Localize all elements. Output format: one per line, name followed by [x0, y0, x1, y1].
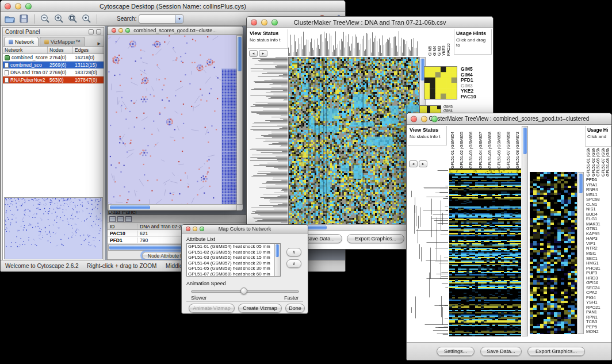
minimize-button[interactable] — [118, 28, 123, 33]
gene-label[interactable]: MAK31 — [586, 222, 611, 227]
network-overview-thumbnail[interactable] — [4, 197, 103, 259]
dialog-title-bar[interactable]: Map Colors to Network — [182, 225, 308, 233]
move-up-button[interactable]: ∧ — [286, 248, 301, 256]
gene-label[interactable]: NIS1 — [586, 207, 611, 212]
gene-label[interactable]: GPI16 — [586, 281, 611, 285]
close-button[interactable] — [5, 3, 11, 9]
row-dendrogram[interactable] — [248, 57, 288, 224]
zoom-in-icon[interactable] — [53, 14, 64, 24]
scrollbar-thumb[interactable] — [238, 37, 242, 71]
gene-label[interactable]: YSH1 — [586, 300, 611, 305]
gene-label[interactable]: CPA2 — [586, 290, 611, 295]
gene-label[interactable]: MSL1 — [586, 193, 611, 197]
column-header-edges[interactable]: Edges — [73, 47, 102, 53]
table-row[interactable]: combined_scores 2764(0) 16218(0) — [3, 54, 104, 62]
move-down-button[interactable]: ∨ — [286, 259, 301, 268]
gene-label[interactable]: SPC98 — [586, 197, 611, 202]
gene-label[interactable]: FIG4 — [586, 296, 611, 300]
nav-right-button[interactable]: ▸ — [259, 50, 267, 57]
gene-label[interactable]: BUD4 — [586, 212, 611, 217]
gene-label[interactable]: YRA1 — [586, 183, 611, 187]
gene-label[interactable]: HAP3 — [586, 236, 611, 241]
attribute-list-item[interactable]: GPL51-03 (GSM856) heat shock 15 min — [187, 255, 274, 260]
minimize-button[interactable] — [261, 19, 267, 25]
close-panel-icon[interactable] — [96, 29, 101, 35]
row-dendrogram[interactable] — [408, 170, 448, 336]
main-title-bar[interactable]: Cytoscape Desktop (Session Name: collins… — [1, 1, 345, 12]
tab-overflow-icon[interactable]: ▶ — [96, 41, 102, 46]
close-button[interactable] — [251, 19, 257, 25]
scrollbar-thumb[interactable] — [110, 205, 150, 209]
open-session-icon[interactable] — [4, 14, 16, 24]
scrollbar-thumb[interactable] — [276, 244, 279, 257]
zoom-button[interactable] — [25, 3, 32, 9]
column-header-network[interactable]: Network — [3, 47, 48, 53]
heatmap-canvas[interactable] — [288, 57, 419, 225]
heatmap-canvas[interactable] — [449, 168, 521, 336]
animate-vizmap-button[interactable]: Animate Vizmap — [189, 304, 235, 313]
gene-label[interactable]: RNR4 — [586, 187, 611, 192]
export-graphics-button[interactable]: Export Graphics... — [527, 347, 585, 356]
gene-label[interactable]: RPN1 — [586, 315, 611, 320]
nav-left-button[interactable]: ◂ — [409, 160, 418, 167]
minimize-button[interactable] — [15, 3, 21, 9]
zoom-fit-icon[interactable] — [67, 14, 78, 24]
gene-label[interactable]: PFD1 — [461, 78, 489, 83]
gene-label[interactable]: MSI1 — [586, 251, 611, 256]
table-row-selected[interactable]: combined_sco 2569(6) 13112(15) — [3, 62, 104, 69]
gene-label[interactable]: HMG1 — [586, 261, 611, 266]
attribute-delete-icon[interactable] — [125, 216, 132, 222]
gene-label[interactable]: VIP1 — [586, 242, 611, 246]
gene-label[interactable]: PFD1 — [586, 178, 611, 182]
treeview2-title-bar[interactable]: ClusterMaker TreeView : combined_scores_… — [407, 113, 611, 125]
gene-label[interactable]: KAP95 — [586, 232, 611, 236]
gene-label[interactable]: GIM3 — [461, 83, 489, 89]
correlation-matrix[interactable] — [424, 66, 457, 99]
chevron-down-icon[interactable]: ▼ — [175, 15, 183, 23]
minimize-button[interactable] — [193, 227, 197, 231]
zoom-out-icon[interactable] — [39, 14, 51, 24]
gene-label[interactable]: RPO21 — [586, 305, 611, 310]
attribute-list-item[interactable]: GPL51-05 (GSM858) heat shock 30 min — [187, 266, 274, 271]
gene-label[interactable]: PAC10 — [461, 94, 489, 99]
export-graphics-button[interactable]: Export Graphics... — [347, 234, 404, 243]
gene-label[interactable]: PHO81 — [586, 266, 611, 271]
attribute-list-item[interactable]: GPL51-02 (GSM855) heat shock 10 min — [187, 250, 274, 255]
scrollbar-thumb[interactable] — [523, 128, 527, 154]
gene-label[interactable]: CLN1 — [586, 202, 611, 207]
attribute-list-item[interactable]: GPL51-04 (GSM857) heat shock 20 min — [187, 260, 274, 266]
network-canvas[interactable] — [108, 35, 237, 205]
zoom-selected-icon[interactable] — [81, 14, 92, 24]
tab-vizmapper[interactable]: VizMapper™ — [40, 37, 85, 46]
minimize-button[interactable] — [421, 116, 427, 122]
float-panel-icon[interactable] — [89, 29, 94, 35]
gene-label[interactable]: HRD3 — [586, 276, 611, 281]
zoom-button[interactable] — [125, 28, 130, 33]
gene-label[interactable]: PUF3 — [586, 271, 611, 275]
tab-network[interactable]: Network — [4, 37, 39, 46]
close-button[interactable] — [186, 227, 190, 231]
attribute-create-icon[interactable] — [117, 216, 124, 222]
save-data-button[interactable]: Save Data... — [480, 347, 522, 356]
gene-label[interactable]: TCB3 — [586, 320, 611, 324]
zoom-button[interactable] — [271, 19, 278, 25]
network-view-title-bar[interactable]: combined_scores_good.txt--cluste... — [108, 26, 243, 35]
close-button[interactable] — [411, 116, 417, 122]
close-button[interactable] — [112, 28, 116, 33]
gene-label[interactable]: GIM4 — [461, 72, 489, 78]
gene-label[interactable]: SEC24 — [586, 286, 611, 290]
speed-slider-thumb[interactable] — [240, 288, 247, 294]
create-vizmap-button[interactable]: Create Vizmap — [238, 304, 282, 313]
gene-label[interactable]: GIM5 — [461, 67, 489, 72]
attribute-list-item[interactable]: GPL51-01 (GSM854) heat shock 05 min — [187, 244, 274, 250]
gene-label[interactable]: SEC1 — [586, 256, 611, 261]
table-row[interactable]: DNA and Tran 07 2769(0) 183728(0) — [3, 69, 104, 76]
scrollbar-thumb[interactable] — [579, 174, 583, 193]
attribute-list-item[interactable]: GPL51-07 (GSM868) heat shock 60 min — [187, 271, 274, 277]
attribute-select-icon[interactable] — [109, 216, 116, 222]
gene-label[interactable]: PAN1 — [586, 310, 611, 315]
nav-right-button[interactable]: ▸ — [419, 160, 427, 167]
table-row-highlighted[interactable]: RNAPuberNov2 563(0) 107847(0) — [3, 76, 104, 84]
gene-label[interactable]: YKE2 — [461, 89, 489, 94]
gene-label[interactable]: GTB1 — [586, 227, 611, 231]
